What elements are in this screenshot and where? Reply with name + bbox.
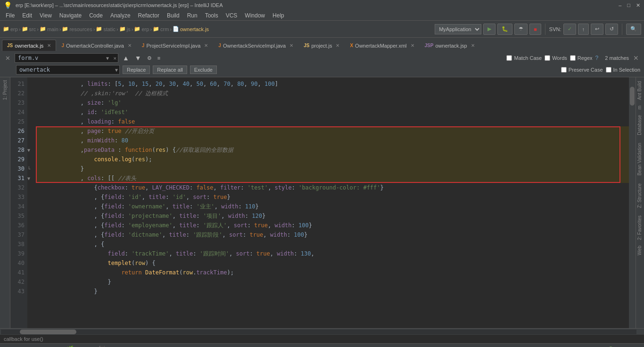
- stop-btn[interactable]: ■: [529, 24, 541, 35]
- search-close-btn[interactable]: ✕: [4, 55, 12, 62]
- replace-btn[interactable]: Replace: [123, 66, 150, 74]
- find-next-btn[interactable]: ▼: [133, 54, 143, 62]
- menu-navigate[interactable]: Navigate: [56, 11, 85, 20]
- search-settings-close[interactable]: ✕: [632, 54, 640, 62]
- code-line-38[interactable]: , {: [36, 240, 629, 249]
- menu-tools[interactable]: Tools: [201, 11, 222, 20]
- regex-label[interactable]: Regex: [570, 55, 593, 61]
- structure-panel[interactable]: Z: Structure: [636, 180, 644, 212]
- coverage-btn[interactable]: ☂: [514, 24, 528, 35]
- search-everywhere-btn[interactable]: 🔍: [626, 24, 641, 35]
- maven-panel[interactable]: m: [636, 104, 644, 111]
- menu-code[interactable]: Code: [85, 11, 107, 20]
- in-selection-label[interactable]: In Selection: [606, 67, 640, 73]
- fold-marker-28[interactable]: ▼: [27, 148, 30, 153]
- bc-erp[interactable]: 📁: [3, 26, 9, 32]
- menu-run[interactable]: Run: [183, 11, 201, 20]
- find-history-btn[interactable]: ▼: [106, 56, 109, 61]
- web-panel[interactable]: Web: [636, 244, 644, 257]
- preserve-case-checkbox[interactable]: [561, 67, 567, 73]
- tab-ownertack-js[interactable]: JS ownertack.js ✕: [2, 40, 56, 51]
- replace-all-btn[interactable]: Replace all: [153, 66, 187, 74]
- ant-build-panel[interactable]: Ant Build: [636, 77, 644, 104]
- code-line-31[interactable]: , cols: [[ //表头: [36, 174, 629, 183]
- code-line-21[interactable]: , limits: [5, 10, 15, 20, 30, 40, 50, 60…: [36, 79, 629, 89]
- svn-update-btn[interactable]: ✓: [563, 24, 576, 35]
- tab-project-js[interactable]: JS project.js ✕: [298, 40, 345, 51]
- menu-vcs[interactable]: VCS: [222, 11, 241, 20]
- fold-marker-31[interactable]: ▼: [27, 176, 30, 181]
- menu-edit[interactable]: Edit: [18, 11, 36, 20]
- code-line-40[interactable]: templet(row) {: [36, 258, 629, 268]
- tab-close-btn[interactable]: ✕: [204, 43, 208, 48]
- messages-tab[interactable]: 0 : Messages: [131, 345, 169, 347]
- horizontal-scrollbar-track[interactable]: [1, 330, 636, 334]
- run-btn[interactable]: ▶: [483, 24, 495, 35]
- code-line-35[interactable]: , {field: 'projectname', title: '项目', wi…: [36, 211, 629, 221]
- preserve-case-label[interactable]: Preserve Case: [561, 67, 603, 73]
- close-btn[interactable]: ✕: [636, 2, 640, 8]
- code-line-30[interactable]: }: [36, 164, 629, 174]
- tab-project-service-impl[interactable]: J ProjectServiceImpl.java ✕: [137, 40, 214, 51]
- tab-close-btn[interactable]: ✕: [289, 43, 293, 48]
- regex-help[interactable]: ?: [595, 55, 599, 61]
- code-line-24[interactable]: , id: 'idTest': [36, 107, 629, 117]
- horizontal-scrollbar-thumb[interactable]: [20, 330, 76, 334]
- find-clear-btn[interactable]: ✕: [113, 55, 116, 61]
- menu-help[interactable]: Help: [269, 11, 288, 20]
- find-prev-btn[interactable]: ▲: [121, 54, 131, 62]
- code-line-43[interactable]: }: [36, 287, 629, 296]
- find-input[interactable]: [15, 53, 118, 63]
- code-content[interactable]: , limits: [5, 10, 15, 20, 30, 40, 50, 60…: [36, 77, 629, 328]
- menu-analyze[interactable]: Analyze: [107, 11, 134, 20]
- tab-close-btn[interactable]: ✕: [128, 43, 132, 48]
- menu-window[interactable]: Window: [241, 11, 269, 20]
- regex-checkbox[interactable]: [570, 55, 576, 61]
- menu-build[interactable]: Build: [163, 11, 183, 20]
- code-line-41[interactable]: return DateFormat(row.trackTime);: [36, 268, 629, 277]
- code-line-36[interactable]: , {field: 'employename', title: '跟踪人', s…: [36, 221, 629, 230]
- code-line-27[interactable]: , minWidth: 80: [36, 136, 629, 145]
- find-filter-btn[interactable]: ≡: [156, 55, 162, 61]
- favorites-panel[interactable]: 2: Favorites: [636, 212, 644, 244]
- code-line-34[interactable]: , {field: 'ownername', title: '业主', widt…: [36, 202, 629, 211]
- menu-file[interactable]: File: [2, 11, 18, 20]
- svn-undo-btn[interactable]: ↺: [605, 24, 618, 35]
- minimize-btn[interactable]: –: [619, 2, 621, 8]
- code-line-28[interactable]: ,parseData : function(res) {//获取返回的全部数据: [36, 145, 629, 155]
- find-options-btn[interactable]: ⚙: [146, 55, 153, 61]
- project-panel-icon[interactable]: 1: Project: [1, 77, 8, 103]
- tab-ownertack-mapper[interactable]: X OwnertackMapper.xml ✕: [345, 40, 419, 51]
- tab-ownertack-jsp[interactable]: JSP ownertack.jsp ✕: [420, 40, 480, 51]
- tab-close-btn[interactable]: ✕: [471, 43, 475, 48]
- tab-ownertack-controller[interactable]: J OwnertackController.java ✕: [56, 40, 136, 51]
- exclude-btn[interactable]: Exclude: [190, 66, 217, 74]
- code-line-32[interactable]: {checkbox: true, LAY_CHECKED: false, fil…: [36, 183, 629, 192]
- code-line-25[interactable]: , loading: false: [36, 117, 629, 126]
- debug-tab[interactable]: 5 : Debug: [2, 345, 32, 347]
- code-line-26[interactable]: , page: true //开启分页: [36, 126, 629, 136]
- menu-refactor[interactable]: Refactor: [134, 11, 163, 20]
- match-case-checkbox[interactable]: [506, 55, 512, 61]
- code-line-42[interactable]: }: [36, 277, 629, 287]
- replace-history-btn[interactable]: ▼: [115, 67, 118, 73]
- words-checkbox[interactable]: [545, 55, 550, 61]
- scrollbar-thumb[interactable]: [630, 87, 635, 106]
- replace-input[interactable]: [16, 65, 120, 74]
- menu-view[interactable]: View: [36, 11, 56, 20]
- vertical-scrollbar[interactable]: [629, 77, 636, 328]
- tab-close-btn[interactable]: ✕: [411, 43, 414, 48]
- code-line-23[interactable]: , size: 'lg': [36, 98, 629, 107]
- bean-validation-panel[interactable]: Bean Validation: [636, 139, 644, 179]
- debug-btn[interactable]: 🐛: [497, 24, 512, 35]
- svn-commit-btn[interactable]: ↑: [578, 24, 589, 35]
- code-line-33[interactable]: , {field: 'id', title: 'id', sort: true}: [36, 192, 629, 202]
- code-line-37[interactable]: , {field: 'dictname', title: '跟踪阶段', sor…: [36, 230, 629, 240]
- fold-marker-30[interactable]: └: [27, 166, 30, 172]
- todo-tab[interactable]: 6 : TODO: [33, 345, 63, 347]
- code-line-29[interactable]: console.log(res);: [36, 155, 629, 164]
- maximize-btn[interactable]: □: [627, 2, 630, 8]
- event-log-tab[interactable]: ⓵ Event Log: [604, 345, 642, 347]
- spring-tab[interactable]: 🌿 Spring: [63, 345, 94, 347]
- in-selection-checkbox[interactable]: [606, 67, 611, 73]
